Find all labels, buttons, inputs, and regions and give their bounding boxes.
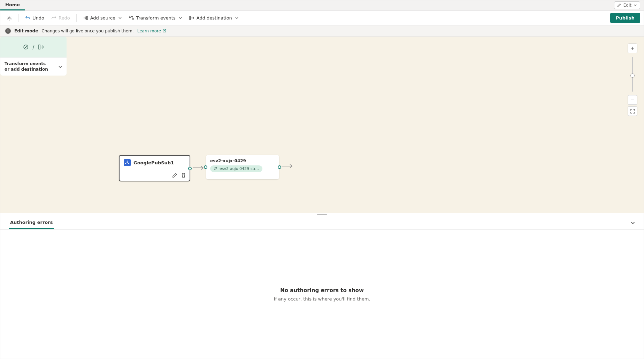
- collapse-panel-icon[interactable]: [630, 220, 635, 225]
- svg-rect-10: [39, 45, 40, 49]
- undo-icon: [25, 15, 30, 21]
- tab-home[interactable]: Home: [0, 0, 25, 10]
- settings-button[interactable]: [4, 14, 15, 23]
- svg-rect-2: [129, 16, 131, 18]
- delete-node-icon[interactable]: [181, 173, 186, 178]
- pencil-icon: [617, 3, 621, 7]
- chevron-down-icon: [634, 3, 637, 7]
- svg-point-7: [128, 163, 129, 164]
- transform-events-button[interactable]: Transform events: [126, 14, 185, 22]
- chevron-down-icon: [235, 16, 239, 20]
- chevron-down-icon: [118, 16, 122, 20]
- pipeline-canvas[interactable]: GooglePubSub1 esv2-xujx-0429 esv2-xujx-0…: [0, 37, 644, 213]
- destination-prompt: Transform events or add destination: [5, 61, 50, 72]
- zoom-controls: + −: [628, 44, 637, 116]
- add-destination-icon: [189, 15, 194, 21]
- zoom-in-button[interactable]: +: [628, 44, 637, 53]
- empty-state-subtitle: If any occur, this is where you'll find …: [274, 296, 370, 302]
- source-node-title: GooglePubSub1: [133, 160, 174, 165]
- svg-point-0: [9, 17, 10, 19]
- svg-point-6: [125, 163, 126, 164]
- fit-icon: [630, 109, 635, 114]
- google-pubsub-icon: [124, 159, 131, 166]
- slash-separator: /: [32, 44, 34, 50]
- svg-rect-1: [86, 16, 87, 19]
- add-source-button[interactable]: Add source: [80, 14, 125, 22]
- svg-rect-3: [132, 18, 134, 20]
- gear-icon: [7, 15, 12, 21]
- separator: [18, 14, 19, 22]
- svg-point-5: [127, 161, 128, 162]
- destination-placeholder-node[interactable]: / Transform events or add destination: [0, 37, 67, 76]
- edit-mode-label: Edit: [623, 3, 631, 8]
- input-port[interactable]: [204, 165, 207, 169]
- output-port[interactable]: [188, 167, 192, 170]
- info-message: Changes will go live once you publish th…: [41, 29, 133, 33]
- stream-node[interactable]: esv2-xujx-0429 esv2-xujx-0429-str...: [206, 155, 279, 179]
- panel-resize-handle[interactable]: [0, 213, 644, 216]
- edit-mode-badge: Edit mode: [14, 29, 38, 33]
- add-source-icon: [83, 15, 88, 21]
- info-icon: i: [5, 28, 11, 34]
- stream-icon: [214, 167, 217, 171]
- add-destination-button[interactable]: Add destination: [186, 14, 242, 22]
- empty-state-title: No authoring errors to show: [280, 287, 364, 294]
- svg-point-9: [24, 45, 28, 49]
- svg-point-8: [127, 162, 128, 163]
- stream-node-title: esv2-xujx-0429: [210, 158, 275, 163]
- connector-arrow: [192, 165, 205, 170]
- info-bar: i Edit mode Changes will go live once yo…: [0, 25, 644, 37]
- destination-icon: [38, 44, 44, 50]
- svg-rect-4: [190, 16, 191, 19]
- chevron-down-icon: [178, 16, 182, 20]
- connector-arrow: [281, 164, 294, 169]
- source-node[interactable]: GooglePubSub1: [119, 155, 190, 181]
- redo-icon: [51, 15, 56, 21]
- learn-more-link[interactable]: Learn more: [137, 29, 166, 33]
- redo-button: Redo: [48, 14, 73, 22]
- edit-mode-dropdown[interactable]: Edit: [614, 1, 640, 9]
- fit-to-screen-button[interactable]: [628, 106, 637, 116]
- zoom-thumb[interactable]: [630, 73, 635, 78]
- publish-button[interactable]: Publish: [610, 13, 640, 23]
- undo-button[interactable]: Undo: [22, 14, 47, 22]
- zoom-slider[interactable]: [632, 57, 633, 92]
- transform-icon: [129, 15, 134, 21]
- transform-icon: [23, 44, 29, 50]
- edit-node-icon[interactable]: [172, 173, 177, 178]
- errors-panel-body: No authoring errors to show If any occur…: [0, 230, 644, 359]
- chevron-down-icon[interactable]: [58, 65, 62, 69]
- stream-chip[interactable]: esv2-xujx-0429-str...: [210, 165, 262, 172]
- zoom-out-button[interactable]: −: [628, 95, 637, 105]
- separator: [76, 14, 77, 22]
- tab-authoring-errors[interactable]: Authoring errors: [9, 217, 54, 229]
- external-link-icon: [162, 29, 166, 33]
